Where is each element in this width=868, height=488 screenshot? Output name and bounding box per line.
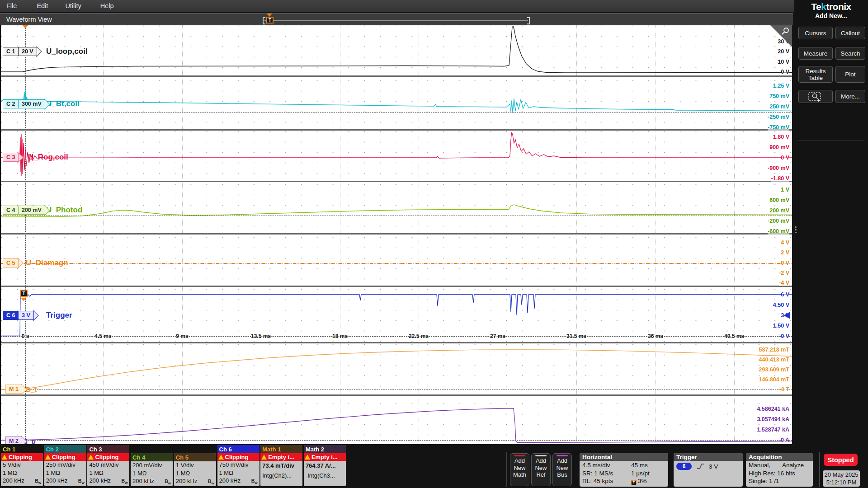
bus-color-stripe (557, 455, 568, 456)
status-badge-row: 1 V/div (174, 461, 216, 469)
status-badge-row: 1 MΩ (1, 469, 43, 477)
scale-label-c1: 10 V (778, 59, 789, 65)
record-view-bar[interactable] (264, 20, 528, 21)
warning-banner: Clipping (217, 453, 259, 461)
scale-label-c3: 900 mV (769, 144, 789, 150)
bandwidth-badge: Bw (78, 477, 85, 486)
channel-badge-id: C 5 (3, 258, 19, 267)
bandwidth-badge: Bw (122, 477, 128, 486)
acquisition-mode: Manual, (749, 461, 770, 469)
callout-button[interactable]: Callout (835, 27, 865, 39)
status-badge-math-2[interactable]: Math 2Empty i...764.37 A/...-Intg(Ch3... (304, 445, 346, 486)
status-badge-row: 200 kHzBw (1, 477, 43, 486)
channel-slice-c1: 30 V20 V10 V0 VC 120 VU_loop,coil (1, 25, 792, 75)
status-badge-ch-5[interactable]: Ch 51 V/div1 MΩ200 kHzBw (174, 453, 216, 486)
channel-badge-scale: 200 mV (18, 206, 45, 215)
scale-label-c5: 4 V (781, 239, 789, 246)
scale-label-c3: 1.80 V (773, 134, 789, 140)
plot-button[interactable]: Plot (835, 66, 865, 83)
menu-bar: File Edit Utility Help (0, 0, 794, 12)
scale-label-c4: -600 mV (768, 228, 789, 235)
trigger-position-percent: T3% (631, 477, 665, 485)
run-stop-status-button[interactable]: Stopped (824, 454, 858, 466)
cursors-button[interactable]: Cursors (798, 27, 833, 39)
panel-separator (797, 114, 864, 114)
status-badge-ch-4[interactable]: Ch 4200 mV/div1 MΩ200 kHzBw (131, 453, 173, 486)
channel-badge-c4[interactable]: C 4200 mV (3, 206, 48, 215)
status-badge-ch-6[interactable]: Ch 6Clipping750 mV/div1 MΩ200 kHzBw (217, 445, 259, 486)
trigger-level-value: 3 V (709, 463, 718, 470)
status-badge-title: Math 1 (260, 445, 302, 453)
channel-label-c1[interactable]: U_loop,coil (46, 47, 88, 56)
add-new-ref-button[interactable]: AddNewRef (531, 453, 551, 486)
separator (506, 452, 507, 487)
horizontal-panel[interactable]: Horizontal 4.5 ms/div45 ms SR: 1 MS/s1 µ… (580, 453, 668, 487)
search-button[interactable]: Search (835, 47, 865, 60)
channel-badge-id: M 1 (5, 385, 22, 394)
menu-file[interactable]: File (6, 2, 17, 9)
time-axis-label: 4.5 ms (94, 333, 111, 339)
status-badge-math-1[interactable]: Math 1Empty i...73.4 mT/divIntg(Ch2)... (260, 445, 302, 486)
trigger-indicator-marker[interactable]: T (20, 290, 28, 297)
warning-icon (261, 455, 267, 460)
channel-label-m1[interactable]: B_t (26, 385, 37, 393)
scale-label-c4: 200 mV (769, 207, 789, 214)
channel-label-c2[interactable]: U_Bt,coil (46, 99, 80, 108)
add-new-math-button[interactable]: AddNewMath (510, 453, 529, 486)
trigger-panel-title: Trigger (674, 453, 743, 461)
status-badge-ch-1[interactable]: Ch 1Clipping5 V/div1 MΩ200 kHzBw (1, 445, 43, 486)
channel-label-c3[interactable]: U_Rog,coil (28, 153, 68, 162)
channel-badge-m2[interactable]: M 2 (5, 436, 25, 444)
datetime-display: 20 May 2025 5:12:10 PM (823, 470, 860, 487)
scale-label-c4: -200 mV (768, 218, 789, 224)
bandwidth-badge: Bw (208, 478, 214, 486)
record-trigger-marker[interactable]: T (266, 17, 274, 23)
scale-label-c1: 20 V (778, 48, 789, 55)
channel-badge-c2[interactable]: C 2300 mV (3, 99, 48, 108)
channel-label-c4[interactable]: U_Photod (46, 206, 82, 215)
mini-trigger-icon: T (631, 480, 637, 485)
status-badge-row: 200 kHzBw (131, 477, 173, 486)
channel-badge-id: C 4 (3, 206, 19, 215)
acquisition-panel[interactable]: Acquisition Manual,Analyze High Res: 16 … (746, 453, 813, 487)
magnifier-icon (781, 27, 791, 37)
add-new-bus-button[interactable]: AddNewBus (552, 453, 572, 486)
channel-badge-m1[interactable]: M 1 (5, 385, 25, 394)
channel-badge-id: C 6 (3, 311, 19, 320)
waveform-trace-c1 (1, 25, 792, 75)
channel-badge-id: M 2 (5, 436, 22, 444)
trigger-level-arrow[interactable] (783, 312, 790, 319)
channel-label-c6[interactable]: Trigger (46, 311, 72, 320)
status-badge-ch-2[interactable]: Ch 2Clipping250 mV/div1 MΩ200 kHzBw (44, 445, 86, 486)
measure-button[interactable]: Measure (798, 47, 833, 60)
results-table-button[interactable]: Results Table (798, 66, 833, 83)
channel-badge-c6[interactable]: C 63 V (3, 311, 37, 320)
scale-label-c2: 1.25 V (773, 83, 789, 89)
time-text: 5:12:10 PM (823, 479, 860, 486)
channel-label-c5[interactable]: U_Diamagn (26, 258, 68, 267)
scale-label-c2: 750 mV (769, 93, 789, 99)
channel-badge-c1[interactable]: C 120 V (3, 47, 40, 56)
channel-badge-c3[interactable]: C 3 (3, 153, 22, 162)
warning-icon (2, 455, 7, 460)
more-button[interactable]: More... (835, 90, 865, 103)
scale-label-c6: 4.50 V (773, 302, 789, 308)
channel-badge-c5[interactable]: C 5 (3, 258, 22, 267)
status-badge-row: 1 MΩ (131, 469, 173, 478)
waveform-trace-c4 (1, 182, 792, 233)
trigger-panel[interactable]: Trigger 6 3 V (674, 453, 743, 487)
rising-edge-icon (696, 463, 705, 470)
menu-utility[interactable]: Utility (65, 2, 81, 9)
waveform-trace-c3 (1, 131, 792, 181)
zoom-select-button[interactable] (798, 90, 833, 103)
ref-color-stripe (535, 455, 547, 456)
waveform-trace-m1 (1, 343, 792, 394)
menu-edit[interactable]: Edit (37, 2, 48, 9)
waveform-view-title: Waveform View (6, 16, 52, 23)
record-view-right-bracket (527, 17, 530, 24)
status-badge-ch-3[interactable]: Ch 3Clipping450 mV/div1 MΩ200 kHzBw (87, 445, 129, 486)
channel-label-m2[interactable]: I_p (26, 437, 36, 445)
menu-help[interactable]: Help (100, 2, 114, 9)
panel-drag-handle[interactable] (795, 225, 797, 235)
status-badge-title: Ch 2 (44, 445, 86, 453)
